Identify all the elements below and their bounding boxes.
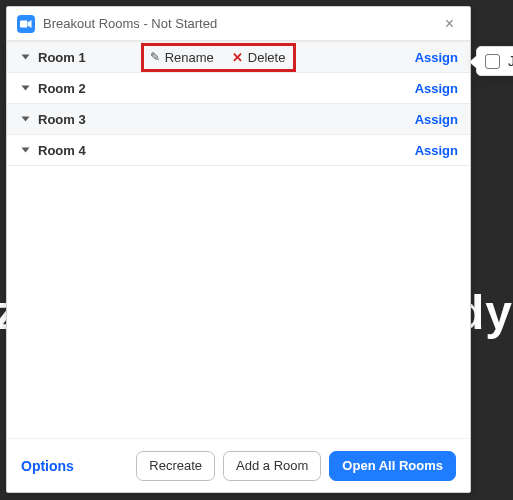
chevron-down-icon[interactable]	[22, 117, 30, 122]
svg-rect-0	[20, 20, 28, 27]
room-name: Room 1	[38, 50, 86, 65]
options-link[interactable]: Options	[21, 458, 74, 474]
chevron-down-icon[interactable]	[22, 86, 30, 91]
room-name: Room 4	[38, 143, 86, 158]
recreate-button[interactable]: Recreate	[136, 451, 215, 481]
assign-link[interactable]: Assign	[415, 112, 458, 127]
action-highlight: ✎ Rename ✕ Delete	[141, 43, 297, 72]
close-icon[interactable]: ×	[439, 13, 460, 35]
open-all-rooms-button[interactable]: Open All Rooms	[329, 451, 456, 481]
rooms-list: Room 1 ✎ Rename ✕ Delete Assign Room 2 A…	[7, 41, 470, 166]
delete-label: Delete	[248, 50, 286, 65]
assign-link[interactable]: Assign	[415, 50, 458, 65]
empty-body	[7, 166, 470, 438]
room-row[interactable]: Room 2 Assign	[7, 72, 470, 103]
rename-label: Rename	[165, 50, 214, 65]
assign-participant-popover: Judy	[476, 46, 513, 76]
assign-link[interactable]: Assign	[415, 143, 458, 158]
delete-x-icon: ✕	[232, 50, 243, 65]
room-row[interactable]: Room 4 Assign	[7, 134, 470, 165]
participant-name: Judy	[508, 53, 513, 69]
assign-link[interactable]: Assign	[415, 81, 458, 96]
room-name: Room 3	[38, 112, 86, 127]
rename-action[interactable]: ✎ Rename	[150, 50, 214, 65]
footer: Options Recreate Add a Room Open All Roo…	[7, 438, 470, 492]
titlebar: Breakout Rooms - Not Started ×	[7, 7, 470, 41]
breakout-rooms-window: Breakout Rooms - Not Started × Room 1 ✎ …	[6, 6, 471, 493]
add-room-button[interactable]: Add a Room	[223, 451, 321, 481]
participant-checkbox[interactable]	[485, 54, 500, 69]
delete-action[interactable]: ✕ Delete	[232, 50, 286, 65]
pencil-icon: ✎	[150, 50, 160, 64]
room-name: Room 2	[38, 81, 86, 96]
chevron-down-icon[interactable]	[22, 148, 30, 153]
room-row[interactable]: Room 1 ✎ Rename ✕ Delete Assign	[7, 41, 470, 72]
chevron-down-icon[interactable]	[22, 55, 30, 60]
window-title: Breakout Rooms - Not Started	[43, 16, 439, 31]
zoom-app-icon	[17, 15, 35, 33]
room-row[interactable]: Room 3 Assign	[7, 103, 470, 134]
